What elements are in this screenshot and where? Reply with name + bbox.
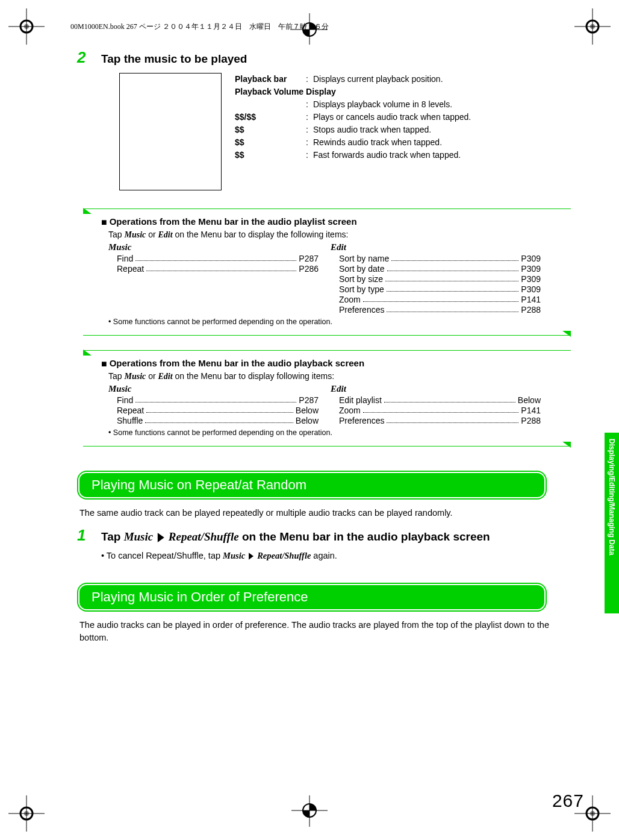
crop-mark-icon xyxy=(8,8,45,45)
toc-dots xyxy=(135,395,296,403)
toc-label: Repeat xyxy=(117,406,144,415)
def-desc: Rewinds audio track when tapped. xyxy=(313,136,471,149)
toc-dots xyxy=(363,406,519,413)
toc-label: Sort by size xyxy=(339,274,383,284)
crop-mark-icon xyxy=(574,8,611,45)
toc-page: P141 xyxy=(521,406,541,415)
toc-dots xyxy=(146,264,296,271)
toc-page: Below xyxy=(518,395,541,405)
right-arrow-icon: ▶ xyxy=(158,530,164,544)
chapter-side-tab: Displaying/Editing/Managing Data xyxy=(605,433,619,613)
toc-dots xyxy=(387,305,518,312)
toc-label: Sort by name xyxy=(339,254,389,263)
toc-label: Zoom xyxy=(339,295,361,304)
toc-dots xyxy=(387,416,518,423)
toc-label: Sort by type xyxy=(339,284,384,294)
toc-page: P287 xyxy=(299,395,319,405)
section-heading-preference: Playing Music in Order of Preference xyxy=(77,583,547,612)
crop-mark-icon xyxy=(8,795,45,832)
toc-item: FindP287 xyxy=(108,254,319,263)
toc-label: Edit playlist xyxy=(339,395,382,405)
toc-page: P286 xyxy=(299,264,319,274)
note-playback: ■Operations from the Menu bar in the aud… xyxy=(83,350,571,447)
square-bullet-icon: ■ xyxy=(101,217,107,228)
rule-arrow-icon xyxy=(562,442,571,448)
toc-page: P309 xyxy=(521,274,541,284)
def-desc: Displays playback volume in 8 levels. xyxy=(313,98,471,111)
toc-dots xyxy=(363,295,519,302)
def-label: $$ xyxy=(235,124,306,136)
rule-arrow-icon xyxy=(562,331,571,337)
toc-item: Sort by sizeP309 xyxy=(331,274,541,284)
note-intro: Tap Music or Edit on the Menu bar to dis… xyxy=(108,371,553,381)
def-label: $$ xyxy=(235,149,306,161)
step-1-row: 1 Tap Music ▶ Repeat/Shuffle on the Menu… xyxy=(77,526,577,545)
definition-list: Playback bar:Displays current playback p… xyxy=(235,73,471,190)
step-title: Tap the music to be played xyxy=(101,52,247,66)
toc-item: FindP287 xyxy=(108,395,319,405)
toc-page: P288 xyxy=(521,305,541,315)
toc-page: P309 xyxy=(521,284,541,294)
right-arrow-icon: ▶ xyxy=(249,551,254,560)
def-label: $$ xyxy=(235,136,306,149)
note-footnote: • Some functions cannot be performed dep… xyxy=(108,318,553,326)
toc-item: ZoomP141 xyxy=(331,295,541,304)
rule-arrow-icon xyxy=(83,208,92,214)
toc-item: ShuffleBelow xyxy=(108,416,319,425)
section-heading-repeat: Playing Music on Repeat/at Random xyxy=(77,471,547,500)
toc-item: Sort by typeP309 xyxy=(331,284,541,294)
col-heading-edit: Edit xyxy=(331,384,541,394)
toc-item: Edit playlistBelow xyxy=(331,395,541,405)
toc-label: Find xyxy=(117,254,133,263)
toc-item: Sort by nameP309 xyxy=(331,254,541,263)
col-heading-music: Music xyxy=(108,242,319,252)
toc-page: P309 xyxy=(521,264,541,274)
step-number: 1 xyxy=(77,526,101,545)
def-desc: Plays or cancels audio track when tapped… xyxy=(313,111,471,124)
sub-bullet: To cancel Repeat/Shuffle, tap Music ▶ Re… xyxy=(101,551,577,561)
rule-arrow-icon xyxy=(83,349,92,356)
note-title: ■Operations from the Menu bar in the aud… xyxy=(101,216,553,228)
note-playlist: ■Operations from the Menu bar in the aud… xyxy=(83,208,571,336)
toc-dots xyxy=(145,416,293,423)
toc-label: Find xyxy=(117,395,133,405)
col-heading-music: Music xyxy=(108,384,319,394)
toc-page: P309 xyxy=(521,254,541,263)
step-number: 2 xyxy=(77,48,101,67)
side-tab-label: Displaying/Editing/Managing Data xyxy=(608,439,616,555)
toc-label: Repeat xyxy=(117,264,144,274)
placeholder-image xyxy=(119,73,222,190)
note-title: ■Operations from the Menu bar in the aud… xyxy=(101,358,553,369)
def-label: $$/$$ xyxy=(235,111,306,124)
toc-item: RepeatBelow xyxy=(108,406,319,415)
toc-dots xyxy=(387,284,519,292)
crop-mark-icon xyxy=(291,795,328,832)
def-desc: Displays current playback position. xyxy=(313,73,471,86)
page-number: 267 xyxy=(552,791,584,811)
toc-item: PreferencesP288 xyxy=(331,416,541,425)
toc-item: RepeatP286 xyxy=(108,264,319,274)
toc-dots xyxy=(391,254,518,261)
square-bullet-icon: ■ xyxy=(101,359,107,369)
section-body: The audio tracks can be played in order … xyxy=(79,619,574,644)
note-footnote: • Some functions cannot be performed dep… xyxy=(108,428,553,437)
toc-label: Preferences xyxy=(339,416,384,425)
pdf-header-line: 00M1000EN.book 267 ページ ２００４年１１月２４日 水曜日 午… xyxy=(70,22,329,32)
col-heading-edit: Edit xyxy=(331,242,541,252)
section-body: The same audio track can be played repea… xyxy=(79,507,574,519)
toc-dots xyxy=(146,406,293,413)
toc-page: P141 xyxy=(521,295,541,304)
toc-page: Below xyxy=(296,406,319,415)
step-title: Tap Music ▶ Repeat/Shuffle on the Menu b… xyxy=(101,530,490,544)
toc-item: PreferencesP288 xyxy=(331,305,541,315)
toc-page: P287 xyxy=(299,254,319,263)
def-desc: Fast forwards audio track when tapped. xyxy=(313,149,471,161)
def-label: Playback Volume Display xyxy=(235,86,336,98)
note-intro: Tap Music or Edit on the Menu bar to dis… xyxy=(108,230,553,240)
def-label: Playback bar xyxy=(235,73,306,86)
toc-item: ZoomP141 xyxy=(331,406,541,415)
toc-dots xyxy=(385,274,518,281)
toc-page: P288 xyxy=(521,416,541,425)
toc-label: Sort by date xyxy=(339,264,385,274)
toc-label: Shuffle xyxy=(117,416,143,425)
